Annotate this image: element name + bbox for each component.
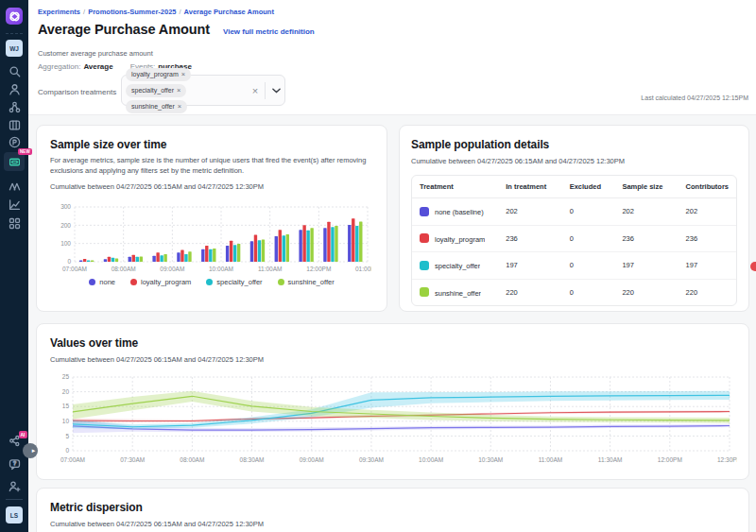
values-line-chart: 051015202507:00AM07:30AM08:00AM08:30AM09… xyxy=(50,371,737,466)
sidebar-expand-handle[interactable]: ▸ xyxy=(23,443,38,458)
workspace-icon: WJ xyxy=(6,40,23,57)
svg-text:12:30PM: 12:30PM xyxy=(717,456,737,463)
sidebar-item-layers[interactable] xyxy=(0,119,28,131)
svg-text:15: 15 xyxy=(62,403,70,409)
treatments-multiselect[interactable]: loyalty_program×specialty_offer×sunshine… xyxy=(121,75,285,106)
col-contributors: Contributors xyxy=(679,176,736,198)
sidebar-item-metrics[interactable]: NEW xyxy=(0,152,28,171)
pulse-icon xyxy=(9,136,21,148)
chip-label: loyalty_program xyxy=(131,71,179,77)
table-row: specialty_offer1970197197 xyxy=(412,252,736,280)
sidebar-item-experiments[interactable] xyxy=(0,180,28,192)
comparison-treatments-label: Comparison treatments xyxy=(38,88,116,96)
table-row: none (baseline)2020202202 xyxy=(412,198,736,226)
sidebar-item-insights[interactable] xyxy=(0,198,28,211)
bar-chart-legend: noneloyalty_programspecialty_offersunshi… xyxy=(50,278,373,286)
legend-dot-icon xyxy=(89,279,95,285)
person-icon xyxy=(9,83,21,95)
sidebar-item-support[interactable]: ? xyxy=(0,458,28,471)
aggregation-value: Average xyxy=(83,62,112,71)
avatar: LS xyxy=(6,506,23,523)
sidebar-item-apps[interactable] xyxy=(0,217,28,230)
notification-dot[interactable] xyxy=(750,262,756,271)
metric-description: Customer average purchase amount xyxy=(38,49,153,58)
bar-group xyxy=(323,222,337,262)
select-separator xyxy=(265,82,266,99)
page-title: Average Purchase Amount xyxy=(38,22,210,37)
legend-item[interactable]: sunshine_offer xyxy=(278,278,335,286)
cumulative-range: Cumulative between 04/27/2025 06:15AM an… xyxy=(411,157,737,165)
sidebar-item-invite[interactable] xyxy=(0,480,28,492)
treatment-chip[interactable]: loyalty_program× xyxy=(126,68,191,81)
card-title: Sample size over time xyxy=(50,138,373,151)
svg-text:11:30AM: 11:30AM xyxy=(598,456,623,463)
treatment-color-swatch xyxy=(420,287,429,297)
workspace-switcher[interactable]: WJ xyxy=(0,40,28,57)
bar-group xyxy=(152,252,166,262)
clear-selection-icon[interactable]: × xyxy=(249,85,262,96)
chip-label: specialty_offer xyxy=(131,87,174,94)
card-title: Values over time xyxy=(50,336,735,350)
help-chat-icon: ? xyxy=(9,458,21,471)
search-icon xyxy=(9,65,21,77)
svg-text:07:00AM: 07:00AM xyxy=(60,456,85,463)
svg-text:10: 10 xyxy=(62,418,70,424)
treatment-chip[interactable]: specialty_offer× xyxy=(126,84,186,97)
new-badge: NEW xyxy=(18,148,32,155)
sidebar-item-pulse[interactable] xyxy=(0,136,28,148)
treatment-color-swatch xyxy=(420,233,429,243)
svg-text:300: 300 xyxy=(60,203,71,210)
page-header: Experiments/Promotions-Summer-2025/Avera… xyxy=(28,0,756,115)
metrics-icon xyxy=(9,156,21,168)
view-metric-definition-link[interactable]: View full metric definition xyxy=(223,27,315,36)
treatment-chip[interactable]: sunshine_offer× xyxy=(126,100,187,113)
metric-dispersion-card: Metric dispersion Cumulative between 04/… xyxy=(36,488,749,532)
legend-dot-icon xyxy=(278,279,284,285)
svg-text:10:00AM: 10:00AM xyxy=(419,456,443,463)
svg-text:09:00AM: 09:00AM xyxy=(300,456,324,463)
gates-icon xyxy=(9,101,21,113)
svg-text:11:00AM: 11:00AM xyxy=(539,456,563,463)
legend-item[interactable]: specialty_offer xyxy=(206,278,262,286)
svg-text:08:30AM: 08:30AM xyxy=(240,456,265,463)
svg-text:07:00AM: 07:00AM xyxy=(62,266,87,272)
sidebar-item-gates[interactable] xyxy=(0,101,28,113)
treatment-color-swatch xyxy=(420,261,429,270)
user-avatar[interactable]: LS xyxy=(0,506,28,523)
legend-dot-icon xyxy=(206,279,213,285)
grid-icon xyxy=(9,217,21,230)
breadcrumb-experiments[interactable]: Experiments xyxy=(38,8,80,16)
population-details-card: Sample population details Cumulative bet… xyxy=(399,125,749,312)
sidebar-item-search[interactable] xyxy=(0,65,28,77)
bar-group xyxy=(177,249,191,262)
ai-badge: AI xyxy=(19,431,27,438)
sidebar-item-users[interactable] xyxy=(0,83,28,95)
metrics-active-highlight: NEW xyxy=(4,152,25,171)
values-over-time-card: Values over time Cumulative between 04/2… xyxy=(36,323,749,480)
invite-user-icon xyxy=(9,480,21,492)
card-description: For average metrics, sample size is the … xyxy=(50,156,373,177)
breadcrumb-experiment[interactable]: Promotions-Summer-2025 xyxy=(88,8,176,16)
population-table: Treatment In treatment Excluded Sample s… xyxy=(411,175,737,306)
svg-text:12:00PM: 12:00PM xyxy=(658,456,682,463)
svg-text:01:00PM: 01:00PM xyxy=(355,266,371,272)
chevron-down-icon[interactable] xyxy=(268,88,284,94)
breadcrumb-metric[interactable]: Average Purchase Amount xyxy=(184,8,274,16)
svg-text:12:00PM: 12:00PM xyxy=(306,266,331,272)
treatment-name: none (baseline) xyxy=(435,208,484,216)
table-row: sunshine_offer2200220220 xyxy=(412,280,736,306)
remove-chip-icon[interactable]: × xyxy=(181,70,185,78)
statsig-logo-icon xyxy=(6,8,23,25)
svg-text:0: 0 xyxy=(65,447,69,454)
legend-item[interactable]: loyalty_program xyxy=(130,278,191,286)
line-chart-icon xyxy=(9,198,21,211)
svg-text:100: 100 xyxy=(60,240,71,247)
app-logo[interactable] xyxy=(0,8,28,25)
svg-text:08:00AM: 08:00AM xyxy=(180,456,204,463)
bar-group xyxy=(201,246,215,262)
legend-item[interactable]: none xyxy=(89,278,115,286)
svg-text:08:00AM: 08:00AM xyxy=(112,266,136,272)
remove-chip-icon[interactable]: × xyxy=(178,102,181,111)
remove-chip-icon[interactable]: × xyxy=(177,86,180,94)
sidebar-divider xyxy=(6,33,23,34)
